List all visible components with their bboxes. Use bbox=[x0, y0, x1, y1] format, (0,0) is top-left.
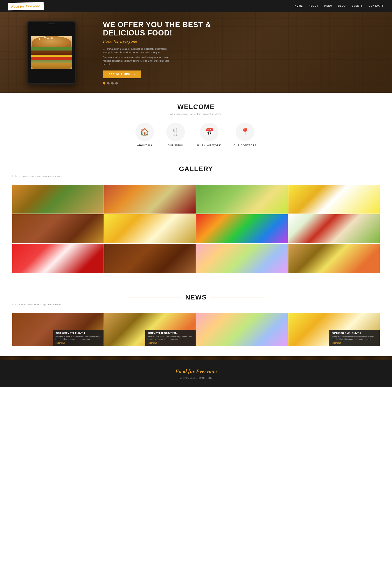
news-grid: DUIS AUTEM VEL EUSYTUI Vuntaraquis nostr… bbox=[12, 313, 380, 346]
nav-blog[interactable]: BLOG bbox=[338, 4, 346, 8]
burger-sesame bbox=[41, 38, 42, 38]
about-us-label: ABOUT US bbox=[137, 144, 152, 146]
nav-contacts[interactable]: CONTACTS bbox=[369, 4, 384, 8]
see-menu-button[interactable]: SEE OUR MENU bbox=[103, 70, 141, 78]
location-icon: 📍 bbox=[236, 123, 254, 141]
hero-title-line2: DELICIOUS FOOD! bbox=[103, 29, 380, 37]
hero-desc1: Vel enim ad minim veniam, quis nostrud e… bbox=[103, 47, 173, 54]
welcome-when-we-work[interactable]: 📅 WHEN WE WORK bbox=[197, 123, 221, 146]
hero-section: WE OFFER YOU THE BEST & DELICIOUS FOOD! … bbox=[0, 12, 392, 93]
hero-image bbox=[12, 21, 91, 85]
our-contacts-label: OUR CONTACTS bbox=[233, 144, 257, 146]
hero-content: WE OFFER YOU THE BEST & DELICIOUS FOOD! … bbox=[91, 21, 380, 85]
burger-bun-bottom bbox=[31, 63, 72, 69]
news-date-4: 17/03/2014 bbox=[331, 342, 378, 344]
gallery-item-6[interactable] bbox=[104, 214, 196, 243]
news-body-2: Nostrud exerci tation ullamcorper suscip… bbox=[147, 336, 194, 341]
welcome-section: WELCOME Ad minim veniam, quis nostrud ex… bbox=[0, 93, 392, 155]
gallery-item-5[interactable] bbox=[12, 214, 103, 243]
welcome-about-us[interactable]: 🏠 ABOUT US bbox=[135, 123, 154, 146]
header: Food for Everyone HOME ABOUT MENU BLOG E… bbox=[0, 0, 392, 12]
news-body-4: Nlamque nostrud exercit tation ullam cor… bbox=[331, 336, 378, 341]
hero-desc2: Duis autem vel eum iriure dolor in hendr… bbox=[103, 56, 173, 66]
welcome-divider: WELCOME bbox=[12, 103, 380, 111]
gallery-grid bbox=[12, 185, 380, 273]
gallery-item-7[interactable] bbox=[196, 214, 288, 243]
gallery-subtitle: Enleo ad minim veniam, quis nostrud exer… bbox=[12, 175, 380, 177]
news-overlay-1: DUIS AUTEM VEL EUSYTUI Vuntaraquis nostr… bbox=[53, 330, 103, 346]
burger-image bbox=[31, 36, 72, 69]
gallery-item-3[interactable] bbox=[196, 185, 288, 214]
divider-left bbox=[120, 107, 174, 107]
news-item-2[interactable]: AUTEM VELIU DUISYT 2014 Nostrud exerci t… bbox=[104, 313, 196, 346]
dot-3[interactable] bbox=[111, 82, 114, 85]
main-nav: HOME ABOUT MENU BLOG EVENTS CONTACTS bbox=[294, 4, 384, 8]
news-divider: NEWS bbox=[12, 293, 380, 301]
news-item-4[interactable]: COMMODO C VEL GUIYTUI Nlamque nostrud ex… bbox=[289, 313, 380, 346]
news-subtitle: Ut alit ante ad minim veniam... quis nos… bbox=[12, 303, 380, 306]
burger-bun-top bbox=[32, 36, 71, 48]
dot-2[interactable] bbox=[107, 82, 109, 85]
burger-tomato bbox=[31, 57, 72, 60]
news-title-4: COMMODO C VEL GUIYTUI bbox=[331, 332, 378, 334]
tablet bbox=[27, 21, 76, 85]
news-date-1: 17/03/2014 bbox=[55, 342, 101, 344]
nav-home[interactable]: HOME bbox=[294, 4, 303, 8]
dot-4[interactable] bbox=[115, 82, 118, 85]
gallery-item-9[interactable] bbox=[12, 244, 103, 273]
welcome-title: WELCOME bbox=[177, 103, 214, 111]
gallery-divider: GALLERY bbox=[12, 165, 380, 173]
when-we-work-label: WHEN WE WORK bbox=[197, 144, 221, 146]
footer-logo: Food for Everyone bbox=[8, 368, 384, 375]
welcome-our-contacts[interactable]: 📍 OUR CONTACTS bbox=[233, 123, 257, 146]
slider-dots bbox=[103, 82, 380, 85]
news-body-1: Vuntaraquis nostrud exercit tation ullam… bbox=[55, 336, 101, 341]
welcome-icons: 🏠 ABOUT US 🍴 OUR MENU 📅 WHEN WE WORK 📍 O… bbox=[12, 123, 380, 146]
news-section: NEWS Ut alit ante ad minim veniam... qui… bbox=[0, 283, 392, 356]
news-date-2: 17/03/2014 bbox=[147, 342, 194, 344]
divider-right bbox=[210, 297, 264, 297]
our-menu-label: OUR MENU bbox=[168, 144, 184, 146]
nav-about[interactable]: ABOUT bbox=[309, 4, 318, 8]
gallery-item-12[interactable] bbox=[289, 244, 380, 273]
calendar-icon: 📅 bbox=[200, 123, 218, 141]
welcome-subtitle: Ad minim veniam, quis nostrud exerci tat… bbox=[12, 113, 380, 115]
footer: Food for Everyone Copyright 2014 © Priva… bbox=[0, 360, 392, 387]
news-title-1: DUIS AUTEM VEL EUSYTUI bbox=[55, 332, 101, 334]
gallery-item-4[interactable] bbox=[289, 185, 380, 214]
gallery-title: GALLERY bbox=[179, 165, 213, 173]
logo[interactable]: Food for Everyone bbox=[8, 2, 44, 10]
footer-wood-strip bbox=[0, 356, 392, 360]
hero-title-line1: WE OFFER YOU THE BEST & bbox=[103, 21, 380, 29]
footer-copy-text: Copyright 2014 © bbox=[180, 377, 197, 379]
divider-right bbox=[216, 169, 270, 169]
gallery-item-11[interactable] bbox=[196, 244, 288, 273]
news-item-1[interactable]: DUIS AUTEM VEL EUSYTUI Vuntaraquis nostr… bbox=[12, 313, 103, 346]
divider-left bbox=[122, 169, 176, 169]
hero-subtitle: Food for Everyone bbox=[103, 38, 380, 44]
news-overlay-4: COMMODO C VEL GUIYTUI Nlamque nostrud ex… bbox=[329, 330, 380, 346]
footer-copyright: Copyright 2014 © Privacy Policy. bbox=[8, 377, 384, 379]
gallery-section: GALLERY Enleo ad minim veniam, quis nost… bbox=[0, 155, 392, 283]
news-item-3[interactable] bbox=[196, 313, 288, 346]
news-title: NEWS bbox=[185, 293, 207, 301]
house-icon: 🏠 bbox=[135, 123, 154, 141]
logo-text: Food for Everyone bbox=[11, 4, 40, 8]
gallery-item-10[interactable] bbox=[104, 244, 196, 273]
gallery-item-8[interactable] bbox=[289, 214, 380, 243]
divider-left bbox=[128, 297, 182, 297]
gallery-item-1[interactable] bbox=[12, 185, 103, 214]
menu-icon: 🍴 bbox=[166, 123, 185, 141]
dot-1[interactable] bbox=[103, 82, 105, 85]
news-thumb-3 bbox=[196, 313, 288, 346]
divider-right bbox=[218, 107, 272, 107]
welcome-our-menu[interactable]: 🍴 OUR MENU bbox=[166, 123, 185, 146]
nav-events[interactable]: EVENTS bbox=[352, 4, 363, 8]
footer-privacy-link[interactable]: Privacy Policy. bbox=[198, 377, 212, 379]
gallery-item-2[interactable] bbox=[104, 185, 196, 214]
nav-menu[interactable]: MENU bbox=[324, 4, 332, 8]
news-title-2: AUTEM VELIU DUISYT 2014 bbox=[147, 332, 194, 334]
news-overlay-2: AUTEM VELIU DUISYT 2014 Nostrud exerci t… bbox=[145, 330, 196, 346]
hero-title: WE OFFER YOU THE BEST & DELICIOUS FOOD! bbox=[103, 21, 380, 37]
